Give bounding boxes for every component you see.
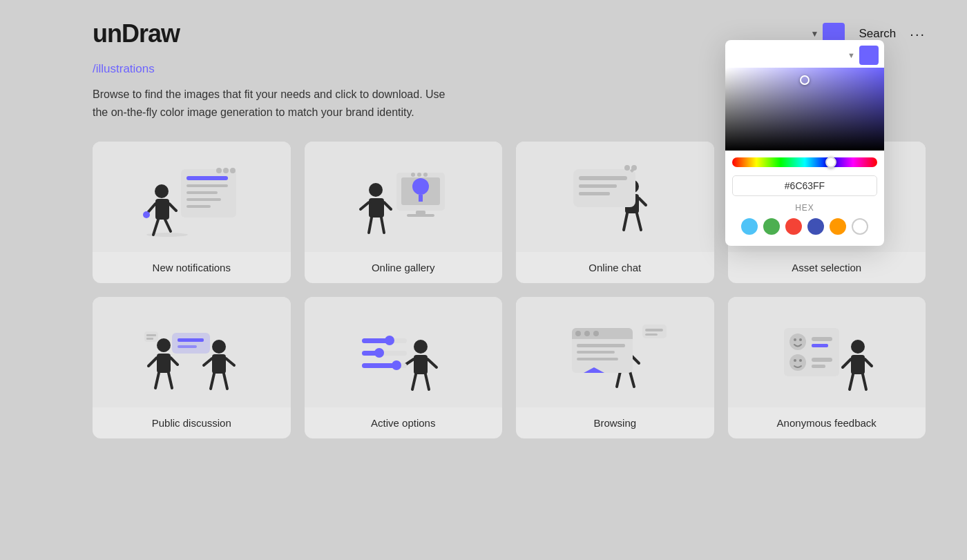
- card-image-active-options: [305, 297, 503, 407]
- card-label-public-discussion: Public discussion: [145, 407, 238, 438]
- svg-rect-26: [419, 195, 423, 202]
- card-browsing[interactable]: Browsing: [516, 297, 714, 438]
- svg-line-115: [865, 359, 872, 366]
- svg-rect-106: [577, 351, 615, 354]
- svg-line-65: [169, 373, 172, 388]
- svg-line-5: [169, 204, 176, 211]
- card-label-anonymous-feedback: Anonymous feedback: [770, 407, 883, 438]
- svg-rect-13: [186, 205, 211, 208]
- svg-point-112: [851, 340, 865, 354]
- svg-rect-72: [172, 333, 210, 354]
- svg-point-126: [799, 359, 802, 362]
- card-anonymous-feedback[interactable]: Anonymous feedback: [728, 297, 926, 438]
- preset-swatch-outline[interactable]: [852, 218, 868, 235]
- preset-swatch-red[interactable]: [785, 218, 802, 235]
- svg-rect-122: [812, 337, 832, 341]
- svg-point-25: [412, 178, 429, 195]
- hex-input[interactable]: [732, 175, 877, 196]
- svg-rect-110: [645, 329, 663, 331]
- svg-line-37: [637, 213, 641, 230]
- card-label-asset-selection: Asset selection: [785, 252, 868, 283]
- hue-handle[interactable]: [825, 157, 836, 168]
- svg-rect-113: [851, 355, 865, 374]
- popup-chevron-icon: ▼: [848, 51, 855, 59]
- svg-rect-123: [812, 344, 828, 347]
- svg-rect-107: [577, 358, 618, 360]
- svg-line-20: [384, 202, 391, 209]
- more-button[interactable]: ···: [910, 26, 926, 42]
- card-online-chat[interactable]: Online chat: [516, 142, 714, 283]
- logo: unDraw: [93, 19, 180, 48]
- svg-rect-10: [186, 184, 228, 187]
- svg-rect-40: [579, 184, 617, 188]
- svg-line-63: [171, 358, 178, 365]
- hue-slider[interactable]: [732, 157, 877, 167]
- preset-swatch-blue[interactable]: [741, 218, 758, 235]
- svg-line-64: [155, 373, 159, 388]
- preset-swatch-indigo[interactable]: [807, 218, 824, 235]
- gradient-handle[interactable]: [800, 75, 810, 85]
- gradient-canvas[interactable]: [725, 68, 884, 151]
- card-image-anonymous-feedback: [728, 297, 926, 407]
- preset-swatch-orange[interactable]: [830, 218, 846, 235]
- svg-rect-118: [784, 328, 839, 376]
- svg-line-98: [630, 371, 634, 387]
- svg-rect-39: [579, 176, 627, 180]
- color-picker-popup: ▼ HEX: [725, 40, 884, 246]
- svg-point-86: [385, 336, 394, 345]
- svg-rect-38: [573, 169, 635, 207]
- svg-point-119: [789, 334, 806, 350]
- svg-point-4: [143, 211, 150, 218]
- svg-rect-67: [212, 354, 226, 374]
- chevron-down-icon: ▼: [811, 29, 819, 39]
- svg-rect-2: [155, 199, 169, 220]
- svg-rect-77: [146, 338, 153, 340]
- svg-line-62: [149, 358, 157, 366]
- svg-point-66: [212, 340, 226, 354]
- svg-rect-76: [146, 334, 156, 336]
- search-button[interactable]: Search: [859, 27, 896, 41]
- svg-point-78: [414, 340, 428, 354]
- svg-line-71: [224, 374, 227, 389]
- svg-rect-18: [369, 198, 384, 218]
- svg-line-114: [843, 359, 851, 367]
- svg-line-117: [863, 374, 866, 389]
- svg-rect-74: [178, 345, 197, 348]
- svg-point-125: [794, 359, 796, 362]
- svg-line-68: [204, 358, 212, 365]
- popup-swatch[interactable]: [859, 46, 879, 65]
- svg-point-124: [789, 354, 806, 371]
- svg-rect-101: [572, 334, 633, 339]
- card-label-new-notifications: New notifications: [146, 252, 238, 283]
- card-active-options[interactable]: Active options: [305, 297, 503, 438]
- hex-label: HEX: [725, 203, 884, 213]
- preset-swatch-green[interactable]: [763, 218, 780, 235]
- card-image-online-chat: [516, 142, 714, 252]
- svg-point-31: [423, 173, 428, 177]
- svg-line-96: [632, 356, 639, 363]
- svg-line-69: [226, 358, 234, 365]
- svg-point-29: [411, 173, 415, 177]
- svg-line-82: [412, 374, 416, 389]
- svg-point-43: [631, 165, 637, 171]
- svg-rect-79: [414, 355, 428, 374]
- card-label-active-options: Active options: [364, 407, 442, 438]
- svg-line-7: [165, 220, 171, 231]
- svg-point-17: [369, 183, 383, 197]
- svg-point-103: [584, 331, 590, 336]
- svg-rect-75: [144, 331, 158, 342]
- card-new-notifications[interactable]: New notifications: [93, 142, 291, 283]
- svg-line-83: [425, 374, 429, 389]
- svg-point-16: [230, 168, 236, 173]
- svg-point-1: [155, 184, 169, 198]
- card-label-online-gallery: Online gallery: [365, 252, 442, 283]
- svg-point-14: [216, 168, 222, 173]
- svg-point-15: [223, 168, 229, 173]
- svg-line-19: [361, 202, 369, 209]
- card-image-browsing: [516, 297, 714, 407]
- card-public-discussion[interactable]: Public discussion: [93, 297, 291, 438]
- card-online-gallery[interactable]: Online gallery: [305, 142, 503, 283]
- svg-rect-73: [178, 338, 204, 342]
- preset-swatches: [725, 218, 884, 235]
- svg-point-92: [392, 360, 401, 370]
